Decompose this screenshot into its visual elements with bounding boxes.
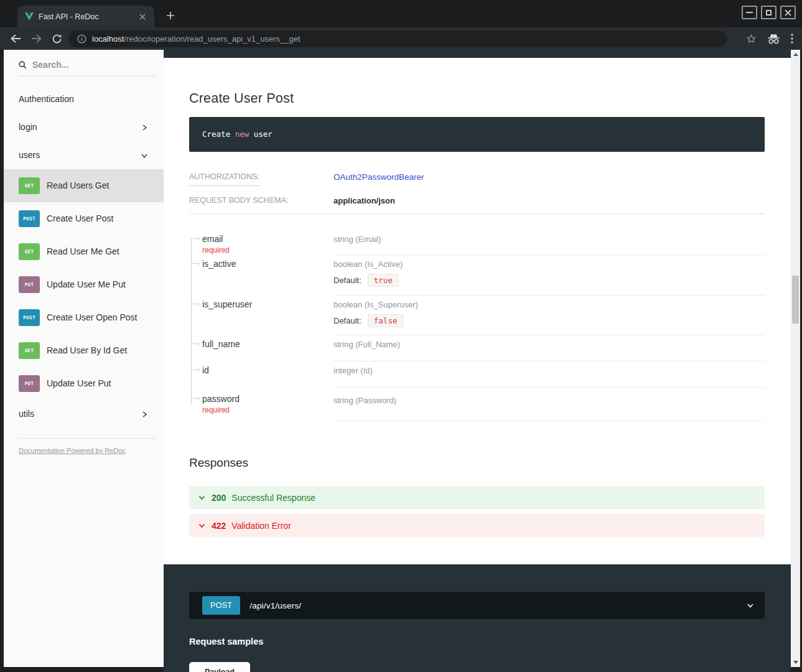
field-type: boolean (Is_Superuser) xyxy=(333,300,765,309)
sidebar-search[interactable] xyxy=(19,54,156,77)
redoc-footer-link[interactable]: Documentation Powered by ReDoc xyxy=(19,447,126,454)
info-icon[interactable] xyxy=(77,34,86,44)
field-required: required xyxy=(202,246,327,254)
scrollbar-thumb[interactable] xyxy=(792,276,799,324)
menu-dots-icon[interactable] xyxy=(791,34,793,44)
address-bar[interactable]: localhost/redoc#operation/read_users_api… xyxy=(68,30,727,47)
method-badge: POST xyxy=(19,210,40,227)
schema-field-email: email required string (Email) xyxy=(202,230,765,255)
sidebar-item-create-user-post[interactable]: POST Create User Post xyxy=(4,202,164,235)
response-label: Successful Response xyxy=(231,493,315,503)
field-required: required xyxy=(202,406,327,414)
field-name: password xyxy=(202,394,327,404)
schema-field-is-superuser: is_superuser boolean (Is_Superuser) Defa… xyxy=(202,296,765,335)
sidebar-item-label: utils xyxy=(19,408,34,420)
sidebar-item-update-user-me-put[interactable]: PUT Update User Me Put xyxy=(4,268,164,301)
chevron-right-icon xyxy=(140,123,149,132)
sidebar-item-create-user-open-post[interactable]: POST Create User Open Post xyxy=(4,301,164,334)
sidebar-menu: Authentication login users GET Read xyxy=(4,77,164,428)
main-content: Create User Post Create new user AUTHORI… xyxy=(164,50,791,667)
sidebar: Authentication login users GET Read xyxy=(4,50,164,667)
method-badge: GET xyxy=(19,342,40,359)
default-label: Default: xyxy=(333,316,361,325)
sidebar-item-update-user-put[interactable]: PUT Update User Put xyxy=(4,367,164,400)
code-text: Create xyxy=(202,129,235,139)
reload-icon[interactable] xyxy=(50,32,63,45)
search-icon xyxy=(19,61,27,69)
authorization-link[interactable]: OAuth2PasswordBearer xyxy=(333,172,424,182)
request-body-schema-label: REQUEST BODY SCHEMA: xyxy=(189,196,333,205)
field-type: integer (Id) xyxy=(333,366,765,375)
sidebar-item-login[interactable]: login xyxy=(4,113,164,141)
sidebar-item-utils[interactable]: utils xyxy=(4,400,164,428)
chevron-down-icon xyxy=(140,151,149,160)
method-badge: GET xyxy=(19,243,40,260)
code-text: user xyxy=(249,129,273,139)
previous-section-panel-edge xyxy=(164,50,791,58)
field-type: boolean (Is_Active) xyxy=(333,259,765,269)
browser-tab[interactable]: Fast API - ReDoc xyxy=(17,6,154,27)
method-badge: POST xyxy=(19,309,40,326)
browser-toolbar: localhost/redoc#operation/read_users_api… xyxy=(0,27,802,50)
sidebar-item-read-user-by-id-get[interactable]: GET Read User By Id Get xyxy=(4,334,164,367)
endpoint-bar[interactable]: POST /api/v1/users/ xyxy=(189,592,765,619)
page: Authentication login users GET Read xyxy=(4,50,800,667)
maximize-icon[interactable] xyxy=(761,6,776,19)
field-name: email xyxy=(202,234,327,244)
sidebar-item-label: login xyxy=(19,121,37,133)
tab-close-icon[interactable] xyxy=(137,11,148,22)
field-name: is_active xyxy=(202,259,327,269)
request-samples-heading: Request samples xyxy=(189,637,765,646)
sidebar-item-label: Read Users Get xyxy=(47,180,109,192)
close-icon[interactable] xyxy=(780,6,796,19)
field-name: id xyxy=(202,365,327,375)
response-code: 200 xyxy=(212,493,226,503)
field-name: is_superuser xyxy=(202,299,327,309)
chevron-down-icon xyxy=(198,521,206,530)
http-method-badge: POST xyxy=(202,596,240,615)
favicon-vue-icon xyxy=(25,12,34,21)
sidebar-item-label: Read User Me Get xyxy=(47,246,119,258)
field-type: string (Email) xyxy=(333,235,765,244)
titlebar: Fast API - ReDoc xyxy=(0,0,802,27)
scroll-up-icon[interactable] xyxy=(791,50,800,59)
forward-icon[interactable] xyxy=(30,32,44,45)
field-type: string (Password) xyxy=(333,396,765,405)
chevron-down-icon xyxy=(198,493,206,502)
url-host: localhost xyxy=(92,34,124,44)
sidebar-item-read-users-get[interactable]: GET Read Users Get xyxy=(4,169,164,202)
method-badge: GET xyxy=(19,177,40,194)
schema-field-full-name: full_name string (Full_Name) xyxy=(202,335,765,362)
window-controls xyxy=(742,6,796,19)
sidebar-item-label: users xyxy=(19,149,40,161)
request-body-content-type: application/json xyxy=(333,196,395,205)
sidebar-item-authentication[interactable]: Authentication xyxy=(4,85,164,113)
page-title: Create User Post xyxy=(189,91,765,106)
request-panel: POST /api/v1/users/ Request samples Payl… xyxy=(164,564,791,672)
field-type: string (Full_Name) xyxy=(333,340,765,349)
sidebar-item-label: Authentication xyxy=(19,93,74,105)
scroll-down-icon[interactable] xyxy=(791,658,800,667)
authorizations-label: AUTHORIZATIONS: xyxy=(189,172,333,186)
tab-title: Fast API - ReDoc xyxy=(39,12,132,21)
response-422[interactable]: 422 Validation Error xyxy=(189,514,765,537)
default-value: true xyxy=(368,274,399,287)
sidebar-item-read-user-me-get[interactable]: GET Read User Me Get xyxy=(4,235,164,268)
page-scrollbar[interactable] xyxy=(791,50,800,667)
new-tab-icon[interactable] xyxy=(163,8,178,23)
sidebar-item-label: Create User Post xyxy=(47,213,113,225)
response-200[interactable]: 200 Successful Response xyxy=(189,486,765,509)
responses-heading: Responses xyxy=(189,456,765,470)
bookmark-star-icon[interactable] xyxy=(746,34,757,44)
back-icon[interactable] xyxy=(9,32,22,45)
sidebar-item-label: Update User Me Put xyxy=(47,279,126,291)
sidebar-item-users[interactable]: users xyxy=(4,141,164,169)
method-badge: PUT xyxy=(19,375,40,392)
payload-tab[interactable]: Payload xyxy=(189,662,250,672)
url-path: /redoc#operation/read_users_api_v1_users… xyxy=(124,34,300,44)
schema-field-password: password required string (Password) xyxy=(202,388,765,421)
search-input[interactable] xyxy=(32,60,138,70)
minimize-icon[interactable] xyxy=(742,6,757,19)
sidebar-item-label: Update User Put xyxy=(47,378,111,390)
request-body-schema: email required string (Email) is_active … xyxy=(189,230,765,421)
